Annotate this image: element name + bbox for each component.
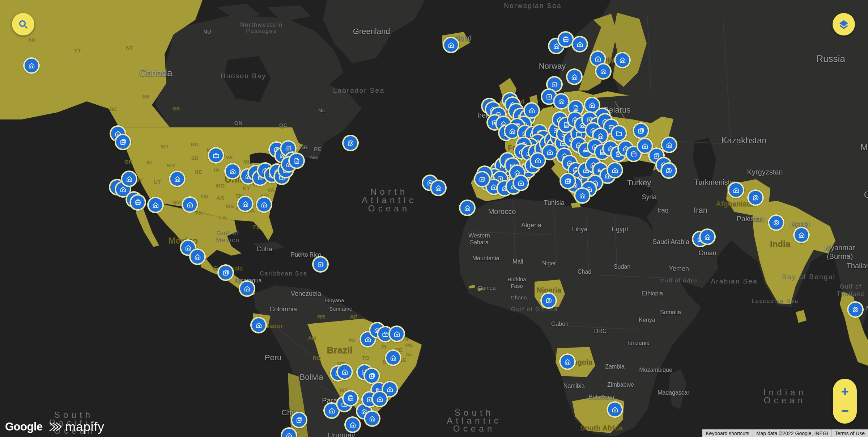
home-icon [348, 420, 357, 429]
map-marker-home[interactable] [25, 59, 38, 72]
map-marker-home[interactable] [373, 392, 387, 406]
map-marker-folder[interactable] [612, 126, 626, 140]
photo-icon [316, 260, 325, 269]
map-marker-photo[interactable] [548, 77, 561, 91]
map-marker-photo[interactable] [292, 413, 306, 427]
map-marker-photo[interactable] [475, 172, 489, 186]
map-canvas[interactable]: NorthAtlanticOceanSouthPacificOceanSouth… [0, 0, 868, 437]
map-marker-home[interactable] [346, 418, 359, 432]
map-marker-home[interactable] [591, 52, 605, 66]
map-marker-home[interactable] [149, 198, 162, 212]
map-marker-bus[interactable] [344, 391, 357, 405]
home-icon [588, 101, 597, 110]
map-marker-home[interactable] [431, 181, 445, 195]
home-icon [463, 203, 472, 213]
map-marker-photo[interactable] [314, 257, 327, 271]
map-marker-pin[interactable] [749, 191, 762, 205]
map-marker-bus[interactable] [131, 196, 145, 209]
map-marker-photo[interactable] [561, 174, 575, 188]
home-icon [665, 140, 674, 150]
map-marker-home[interactable] [585, 98, 599, 112]
map-marker-home[interactable] [638, 139, 652, 153]
terms-of-use-link[interactable]: Terms of Use [831, 429, 868, 437]
map-marker-home[interactable] [662, 138, 676, 152]
map-marker-home[interactable] [257, 198, 271, 211]
photo-icon [652, 151, 661, 160]
home-icon [578, 191, 587, 200]
map-marker-med[interactable] [542, 90, 556, 104]
home-icon [516, 178, 526, 188]
map-marker-home[interactable] [729, 183, 743, 197]
brand-bar: Google mapify [5, 420, 105, 434]
home-icon [610, 166, 620, 175]
map-marker-home[interactable] [575, 189, 589, 202]
map-marker-doc[interactable] [290, 154, 303, 168]
map-marker-home[interactable] [567, 70, 581, 84]
attribution-bar: Keyboard shortcuts Map data ©2022 Google… [702, 429, 868, 437]
map-marker-home[interactable] [386, 351, 400, 365]
photo-icon [221, 268, 230, 277]
map-marker-home[interactable] [365, 412, 379, 425]
pin-icon [346, 139, 355, 148]
zoom-out-button[interactable]: − [833, 401, 857, 424]
home-icon [557, 97, 566, 106]
map-marker-home[interactable] [701, 230, 714, 244]
map-marker-photo[interactable] [634, 124, 648, 138]
home-icon [575, 40, 584, 49]
map-marker-home[interactable] [460, 201, 474, 215]
map-marker-home[interactable] [573, 37, 587, 51]
map-marker-home[interactable] [525, 104, 539, 117]
land-sri-lanka [796, 310, 807, 323]
map-marker-home[interactable] [240, 282, 254, 295]
map-marker-pin[interactable] [662, 164, 676, 177]
map-marker-home[interactable] [505, 124, 519, 138]
map-marker-home[interactable] [554, 94, 568, 108]
map-marker-home[interactable] [561, 355, 574, 369]
case-icon [381, 330, 390, 339]
keyboard-shortcuts-link[interactable]: Keyboard shortcuts [702, 429, 753, 437]
pin-icon [664, 166, 673, 175]
map-marker-photo[interactable] [219, 266, 233, 280]
map-marker-home[interactable] [616, 53, 629, 67]
map-marker-home[interactable] [531, 154, 545, 167]
map-marker-home[interactable] [122, 172, 136, 186]
search-icon [17, 18, 29, 30]
bus-icon [133, 198, 142, 207]
map-marker-home[interactable] [543, 145, 557, 159]
map-marker-home[interactable] [170, 172, 184, 186]
layers-button[interactable] [833, 13, 855, 35]
home-icon [327, 406, 336, 415]
land-cuba [253, 242, 285, 250]
map-marker-home[interactable] [325, 404, 339, 417]
map-marker-home[interactable] [390, 327, 404, 341]
map-marker-home[interactable] [596, 64, 610, 78]
map-marker-home[interactable] [191, 250, 204, 264]
land-greenland [323, 0, 425, 63]
home-icon [260, 200, 269, 209]
map-marker-home[interactable] [795, 228, 808, 242]
map-marker-home[interactable] [608, 163, 622, 177]
home-icon [184, 243, 193, 252]
home-icon [618, 56, 627, 65]
map-marker-home[interactable] [514, 176, 528, 190]
map-marker-home[interactable] [338, 365, 352, 379]
map-marker-home[interactable] [183, 198, 197, 211]
home-icon [151, 201, 160, 210]
google-logo[interactable]: Google [5, 420, 43, 433]
search-button[interactable] [12, 13, 34, 35]
map-marker-home[interactable] [252, 318, 265, 332]
map-marker-bus[interactable] [559, 33, 573, 46]
map-marker-photo[interactable] [116, 135, 130, 149]
map-marker-home[interactable] [383, 382, 397, 396]
map-marker-home[interactable] [226, 164, 239, 178]
map-marker-home[interactable] [444, 38, 458, 52]
map-marker-home[interactable] [608, 403, 622, 416]
map-marker-pin[interactable] [769, 216, 783, 230]
map-marker-photo[interactable] [365, 369, 379, 383]
map-marker-case[interactable] [209, 148, 223, 162]
map-marker-pin[interactable] [344, 136, 357, 150]
map-marker-chat[interactable] [542, 294, 556, 307]
map-marker-home[interactable] [238, 197, 252, 211]
map-marker-pin[interactable] [848, 303, 862, 316]
zoom-in-button[interactable]: + [833, 379, 857, 401]
